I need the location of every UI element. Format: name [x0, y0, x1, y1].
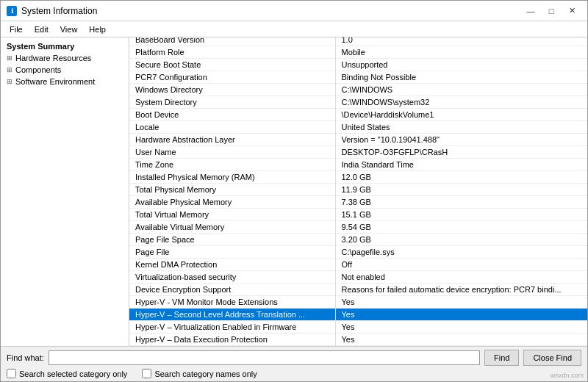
table-cell-item: Locale — [129, 121, 335, 134]
table-cell-value: Binding Not Possible — [335, 71, 587, 84]
close-find-button[interactable]: Close Find — [523, 350, 581, 366]
find-row: Find what: Find Close Find — [7, 350, 581, 366]
table-cell-item: Hyper-V - VM Monitor Mode Extensions — [129, 296, 335, 309]
table-cell-value: Off — [335, 259, 587, 271]
table-row[interactable]: Windows DirectoryC:\WINDOWS — [129, 84, 587, 96]
table-cell-value: United States — [335, 121, 587, 134]
table-row[interactable]: Hyper-V - VM Monitor Mode ExtensionsYes — [129, 296, 587, 309]
find-button[interactable]: Find — [484, 350, 519, 366]
checkbox-row: Search selected category only Search cat… — [7, 369, 581, 378]
data-table: Item Value BaseBoard ProductX556UQKBaseB… — [129, 37, 587, 346]
checkbox-selected-category-input[interactable] — [7, 369, 16, 378]
table-cell-value: Yes — [335, 334, 587, 346]
table-row[interactable]: Available Virtual Memory9.54 GB — [129, 221, 587, 234]
table-cell-value: C:\WINDOWS — [335, 84, 587, 96]
bottom-bar: Find what: Find Close Find Search select… — [1, 346, 587, 381]
menu-view[interactable]: View — [54, 24, 84, 35]
table-row[interactable]: Device Encryption SupportReasons for fai… — [129, 284, 587, 296]
table-row[interactable]: Hardware Abstraction LayerVersion = "10.… — [129, 134, 587, 146]
table-cell-item: System Directory — [129, 96, 335, 109]
table-row[interactable]: Total Physical Memory11.9 GB — [129, 184, 587, 196]
maximize-button[interactable]: □ — [542, 4, 561, 18]
close-button[interactable]: ✕ — [562, 4, 581, 18]
sidebar-item-system-summary[interactable]: System Summary — [1, 40, 129, 52]
table-row[interactable]: Hyper-V – Virtualization Enabled in Firm… — [129, 321, 587, 334]
menu-edit[interactable]: Edit — [29, 24, 54, 35]
table-row[interactable]: Hyper-V – Second Level Address Translati… — [129, 309, 587, 321]
table-cell-value: Mobile — [335, 46, 587, 59]
menu-help[interactable]: Help — [83, 24, 112, 35]
find-input[interactable] — [49, 350, 480, 365]
sidebar-item-hardware-resources[interactable]: ⊞ Hardware Resources — [1, 52, 129, 64]
table-row[interactable]: Virtualization-based securityNot enabled — [129, 271, 587, 284]
title-controls: — □ ✕ — [521, 4, 581, 18]
table-row[interactable]: Kernel DMA ProtectionOff — [129, 259, 587, 271]
app-icon: ℹ — [7, 6, 17, 16]
table-row[interactable]: Available Physical Memory7.38 GB — [129, 196, 587, 209]
system-information-window: ℹ System Information — □ ✕ File Edit Vie… — [0, 0, 588, 382]
table-cell-value: \Device\HarddiskVolume1 — [335, 109, 587, 121]
sidebar-label-components: Components — [15, 65, 61, 74]
main-content: System Summary ⊞ Hardware Resources ⊞ Co… — [1, 37, 587, 346]
table-cell-value: Not enabled — [335, 271, 587, 284]
sidebar-item-components[interactable]: ⊞ Components — [1, 64, 129, 76]
table-cell-item: Hyper-V – Second Level Address Translati… — [129, 309, 335, 321]
table-row[interactable]: Page FileC:\pagefile.sys — [129, 246, 587, 259]
table-cell-value: 1.0 — [335, 37, 587, 46]
sidebar-label-hardware-resources: Hardware Resources — [15, 54, 91, 62]
table-cell-value: 3.20 GB — [335, 234, 587, 246]
minimize-button[interactable]: — — [521, 4, 540, 18]
sidebar: System Summary ⊞ Hardware Resources ⊞ Co… — [1, 37, 129, 346]
table-cell-item: Available Virtual Memory — [129, 221, 335, 234]
menu-file[interactable]: File — [4, 24, 29, 35]
tree-icon-components: ⊞ — [7, 66, 12, 73]
table-row[interactable]: Total Virtual Memory15.1 GB — [129, 209, 587, 221]
content-panel: Item Value BaseBoard ProductX556UQKBaseB… — [129, 37, 587, 346]
table-cell-value: Yes — [335, 309, 587, 321]
info-table: Item Value BaseBoard ProductX556UQKBaseB… — [129, 37, 587, 346]
table-cell-value: 7.38 GB — [335, 196, 587, 209]
table-row[interactable]: BaseBoard Version1.0 — [129, 37, 587, 46]
menu-bar: File Edit View Help — [1, 21, 587, 37]
table-cell-item: Hyper-V – Virtualization Enabled in Firm… — [129, 321, 335, 334]
table-row[interactable]: Secure Boot StateUnsupported — [129, 59, 587, 71]
table-cell-value: C:\WINDOWS\system32 — [335, 96, 587, 109]
table-row[interactable]: PCR7 ConfigurationBinding Not Possible — [129, 71, 587, 84]
table-cell-value: DESKTOP-O3FGFLP\CRasH — [335, 146, 587, 159]
table-cell-value: Unsupported — [335, 59, 587, 71]
table-cell-item: Virtualization-based security — [129, 271, 335, 284]
table-cell-value: Version = "10.0.19041.488" — [335, 134, 587, 146]
table-row[interactable]: User NameDESKTOP-O3FGFLP\CRasH — [129, 146, 587, 159]
table-cell-item: Available Physical Memory — [129, 196, 335, 209]
table-cell-item: Total Virtual Memory — [129, 209, 335, 221]
sidebar-label-system-summary: System Summary — [7, 42, 74, 51]
sidebar-item-software-environment[interactable]: ⊞ Software Environment — [1, 76, 129, 87]
checkbox-selected-category[interactable]: Search selected category only — [7, 369, 127, 378]
table-cell-item: PCR7 Configuration — [129, 71, 335, 84]
table-row[interactable]: Time ZoneIndia Standard Time — [129, 159, 587, 171]
table-cell-item: Device Encryption Support — [129, 284, 335, 296]
table-row[interactable]: Hyper-V – Data Execution ProtectionYes — [129, 334, 587, 346]
checkbox-category-names[interactable]: Search category names only — [142, 369, 257, 378]
tree-icon-software: ⊞ — [7, 78, 12, 85]
table-cell-item: Hyper-V – Data Execution Protection — [129, 334, 335, 346]
table-cell-item: Secure Boot State — [129, 59, 335, 71]
table-cell-value: 9.54 GB — [335, 221, 587, 234]
table-cell-item: Boot Device — [129, 109, 335, 121]
table-cell-item: Installed Physical Memory (RAM) — [129, 171, 335, 184]
table-row[interactable]: Installed Physical Memory (RAM)12.0 GB — [129, 171, 587, 184]
table-row[interactable]: LocaleUnited States — [129, 121, 587, 134]
table-row[interactable]: Boot Device\Device\HarddiskVolume1 — [129, 109, 587, 121]
table-row[interactable]: Platform RoleMobile — [129, 46, 587, 59]
table-row[interactable]: System DirectoryC:\WINDOWS\system32 — [129, 96, 587, 109]
window-title: System Information — [21, 6, 97, 16]
table-cell-item: Page File — [129, 246, 335, 259]
table-cell-item: Page File Space — [129, 234, 335, 246]
table-cell-item: Hardware Abstraction Layer — [129, 134, 335, 146]
table-cell-value: 12.0 GB — [335, 171, 587, 184]
checkbox-category-names-input[interactable] — [142, 369, 151, 378]
table-cell-value: 15.1 GB — [335, 209, 587, 221]
table-row[interactable]: Page File Space3.20 GB — [129, 234, 587, 246]
table-cell-item: Kernel DMA Protection — [129, 259, 335, 271]
table-cell-item: Total Physical Memory — [129, 184, 335, 196]
